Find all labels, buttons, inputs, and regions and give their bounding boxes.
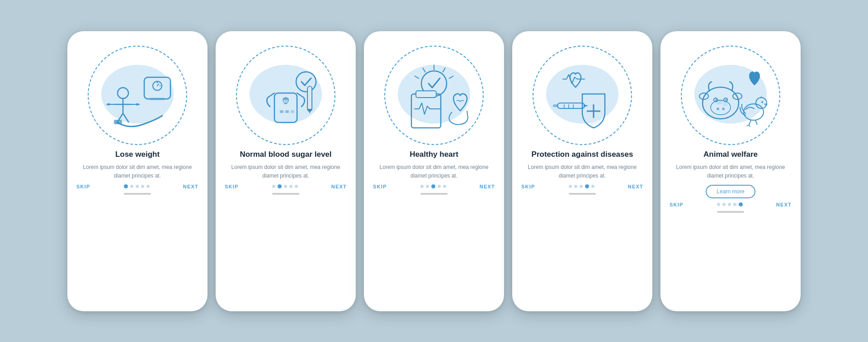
nav-area-3: SKIP NEXT [364, 180, 504, 189]
illustration-blood-sugar: 82 [216, 41, 356, 150]
card-body-2: Lorem ipsum dolor sit dim amet, mea regi… [226, 163, 345, 180]
next-button-4[interactable]: NEXT [628, 184, 643, 189]
svg-marker-15 [137, 103, 140, 106]
dot-5-4 [733, 203, 736, 206]
skip-button-1[interactable]: SKIP [76, 184, 90, 189]
svg-line-11 [123, 113, 129, 122]
svg-point-58 [761, 101, 763, 103]
dot-1-5 [146, 185, 150, 188]
svg-point-54 [716, 99, 723, 104]
dot-3-3 [431, 184, 435, 188]
svg-rect-25 [308, 87, 311, 105]
svg-point-49 [722, 108, 725, 110]
dot-2-3 [284, 185, 287, 188]
nav-area-1: SKIP NEXT [67, 180, 208, 189]
dot-1-3 [136, 185, 139, 188]
svg-point-17 [296, 72, 316, 92]
dot-1-4 [141, 185, 144, 188]
lose-weight-icon [92, 52, 183, 138]
svg-rect-23 [291, 110, 294, 113]
dot-3-1 [420, 185, 424, 188]
nav-area-4: SKIP NEXT [512, 180, 652, 189]
skip-button-4[interactable]: SKIP [521, 184, 535, 189]
dots-4 [569, 184, 594, 188]
dot-5-3 [728, 203, 731, 206]
status-bar-3 [364, 31, 504, 41]
card-title-3: Healthy heart [375, 150, 493, 159]
skip-button-5[interactable]: SKIP [670, 202, 683, 207]
dots-5 [717, 202, 743, 206]
svg-line-30 [423, 68, 425, 72]
text-area-4: Protection against diseases Lorem ipsum … [512, 150, 652, 180]
svg-line-61 [747, 125, 749, 126]
illustration-lose-weight [67, 41, 208, 150]
card-body-4: Lorem ipsum dolor sit dim amet, mea regi… [523, 163, 642, 180]
svg-line-59 [749, 120, 751, 125]
dot-3-2 [426, 185, 429, 188]
card-title-5: Animal welfare [671, 150, 790, 159]
svg-point-48 [717, 108, 719, 110]
svg-point-56 [744, 104, 764, 120]
text-area-5: Animal welfare Lorem ipsum dolor sit dim… [660, 150, 801, 198]
phone-frame-healthy-heart: Healthy heart Lorem ipsum dolor sit dim … [364, 31, 504, 311]
svg-point-7 [118, 88, 128, 98]
svg-point-53 [725, 99, 726, 101]
nav-area-2: SKIP NEXT [216, 180, 356, 189]
status-bar-5 [660, 31, 801, 41]
card-body-5: Lorem ipsum dolor sit dim amet, mea regi… [671, 163, 790, 180]
text-area-1: Lose weight Lorem ipsum dolor sit dim am… [67, 150, 208, 180]
dot-3-5 [443, 185, 446, 188]
dot-5-2 [722, 203, 726, 206]
dot-4-5 [591, 185, 594, 188]
dots-1 [124, 184, 150, 188]
card-body-1: Lorem ipsum dolor sit dim amet, mea regi… [78, 163, 197, 180]
dot-4-4 [585, 184, 589, 188]
learn-more-button[interactable]: Learn more [706, 185, 755, 198]
svg-rect-16 [114, 120, 122, 124]
status-bar-4 [512, 31, 652, 41]
svg-rect-39 [559, 104, 577, 107]
dot-2-1 [272, 185, 275, 188]
home-indicator-1 [124, 193, 151, 195]
status-bar-1 [67, 31, 208, 41]
text-area-2: Normal blood sugar level Lorem ipsum dol… [216, 150, 356, 180]
dot-4-1 [569, 185, 572, 188]
nav-area-5: SKIP NEXT [660, 198, 801, 207]
dot-4-3 [580, 185, 583, 188]
dot-2-5 [295, 185, 298, 188]
card-title-4: Protection against diseases [523, 150, 642, 159]
dots-3 [420, 184, 446, 188]
home-indicator-4 [569, 193, 596, 195]
phone-frame-lose-weight: Lose weight Lorem ipsum dolor sit dim am… [67, 31, 208, 311]
skip-button-3[interactable]: SKIP [373, 184, 387, 189]
dot-2-2 [278, 184, 282, 188]
svg-rect-35 [416, 91, 436, 97]
dot-3-4 [438, 185, 441, 188]
phone-frame-protection: Protection against diseases Lorem ipsum … [512, 31, 652, 311]
illustration-animal-welfare [660, 41, 801, 150]
next-button-2[interactable]: NEXT [331, 184, 347, 189]
phone-frame-animal-welfare: Animal welfare Lorem ipsum dolor sit dim… [660, 31, 801, 311]
illustration-protection [512, 41, 652, 150]
svg-line-29 [449, 76, 453, 79]
svg-line-28 [443, 68, 445, 72]
svg-rect-22 [285, 110, 289, 113]
dot-4-2 [574, 185, 577, 188]
card-title-2: Normal blood sugar level [226, 150, 345, 159]
svg-rect-40 [553, 104, 558, 107]
svg-marker-13 [106, 103, 109, 106]
svg-line-60 [755, 120, 757, 125]
illustration-healthy-heart [364, 41, 504, 150]
svg-line-62 [749, 125, 750, 127]
svg-rect-21 [280, 110, 283, 113]
healthy-heart-icon [387, 51, 481, 139]
status-bar-2 [216, 31, 356, 41]
skip-button-2[interactable]: SKIP [225, 184, 238, 189]
home-indicator-3 [420, 193, 448, 195]
next-button-1[interactable]: NEXT [183, 184, 198, 189]
protection-icon [535, 51, 630, 139]
dot-2-4 [289, 185, 292, 188]
next-button-3[interactable]: NEXT [480, 184, 495, 189]
next-button-5[interactable]: NEXT [776, 202, 792, 207]
svg-line-31 [415, 76, 419, 79]
